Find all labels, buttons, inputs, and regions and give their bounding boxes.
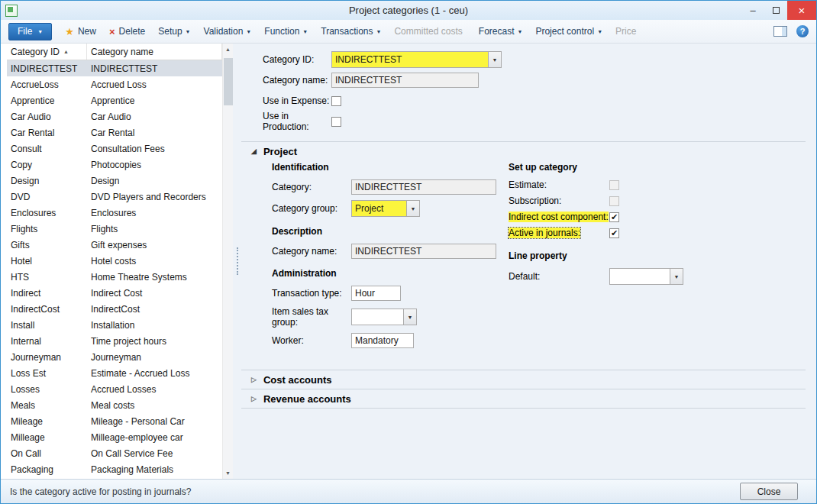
grid-row[interactable]: DVD DVD Players and Recorders (7, 189, 222, 205)
new-button[interactable]: ★ New (65, 26, 96, 37)
grid-cell-category-name[interactable]: Journeyman (87, 352, 222, 363)
grid-cell-category-id[interactable]: Enclosures (7, 208, 87, 218)
column-header-category-id[interactable]: Category ID ▲ (7, 44, 87, 60)
grid-cell-category-name[interactable]: Hotel costs (87, 256, 222, 267)
scroll-up-icon[interactable]: ▲ (223, 44, 233, 55)
grid-cell-category-name[interactable]: Meal costs (87, 400, 222, 411)
item-sales-tax-group-combobox[interactable]: ▼ (351, 309, 417, 325)
grid-row[interactable]: Consult Consultation Fees (7, 141, 222, 157)
grid-cell-category-name[interactable]: IndirectCost (87, 304, 222, 315)
layout-pane-icon[interactable] (773, 26, 787, 37)
pane-splitter[interactable] (233, 44, 241, 479)
grid-row[interactable]: Gifts Gift expenses (7, 237, 222, 253)
grid-cell-category-name[interactable]: Milleage-employee car (87, 432, 222, 443)
grid-cell-category-name[interactable]: Indirect Cost (87, 288, 222, 299)
grid-cell-category-id[interactable]: IndirectCost (7, 304, 87, 315)
column-header-category-name[interactable]: Category name (87, 44, 222, 60)
grid-row[interactable]: Car Audio Car Audio (7, 108, 222, 124)
help-icon[interactable]: ? (796, 25, 809, 37)
grid-row[interactable]: INDIRECTTEST INDIRECTTEST (7, 60, 222, 76)
grid-row[interactable]: On Call On Call Service Fee (7, 445, 222, 461)
grid-row[interactable]: IndirectCost IndirectCost (7, 301, 222, 317)
grid-cell-category-name[interactable]: Packaging Materials (87, 464, 222, 475)
grid-cell-category-id[interactable]: DVD (7, 192, 87, 202)
default-dropdown-button[interactable]: ▼ (670, 268, 683, 285)
grid-cell-category-id[interactable]: INDIRECTTEST (7, 63, 87, 74)
grid-row[interactable]: HTS Home Theatre Systems (7, 269, 222, 285)
toolbar-menu-item[interactable]: Function ▼ (264, 26, 308, 37)
grid-cell-category-name[interactable]: Photocopies (87, 160, 222, 170)
grid-cell-category-name[interactable]: INDIRECTTEST (87, 63, 222, 74)
item-sales-tax-group-value[interactable] (351, 309, 403, 325)
grid-scrollbar[interactable]: ▲ ▼ (222, 44, 233, 479)
grid-cell-category-id[interactable]: On Call (7, 448, 87, 459)
grid-row[interactable]: Loss Est Estimate - Accrued Loss (7, 365, 222, 381)
grid-cell-category-id[interactable]: Flights (7, 224, 87, 234)
grid-cell-category-name[interactable]: Gift expenses (87, 240, 222, 250)
fasttab-project-header[interactable]: ◢ Project (241, 142, 806, 160)
grid-cell-category-name[interactable]: Car Rental (87, 128, 222, 138)
grid-cell-category-id[interactable]: Apprentice (7, 95, 87, 106)
category-field[interactable]: INDIRECTTEST (351, 179, 496, 195)
toolbar-menu-item[interactable]: Transactions ▼ (321, 26, 381, 37)
grid-cell-category-id[interactable]: Consult (7, 144, 87, 154)
category-id-combobox[interactable]: INDIRECTTEST ▼ (331, 51, 502, 68)
grid-cell-category-id[interactable]: HTS (7, 272, 87, 283)
grid-row[interactable]: Apprentice Apprentice (7, 92, 222, 108)
grid-cell-category-id[interactable]: Loss Est (7, 368, 87, 379)
close-window-button[interactable]: × (787, 1, 816, 20)
grid-cell-category-id[interactable]: Car Rental (7, 128, 87, 138)
grid-cell-category-name[interactable]: Design (87, 176, 222, 186)
grid-cell-category-id[interactable]: Design (7, 176, 87, 186)
grid-cell-category-name[interactable]: Accrued Loss (87, 79, 222, 90)
grid-row[interactable]: Hotel Hotel costs (7, 253, 222, 269)
toolbar-menu-item[interactable]: Validation ▼ (204, 26, 252, 37)
grid-cell-category-id[interactable]: Indirect (7, 288, 87, 299)
grid-cell-category-name[interactable]: Accrued Losses (87, 384, 222, 395)
grid-cell-category-id[interactable]: Packaging (7, 464, 87, 475)
grid-cell-category-id[interactable]: Mileage (7, 416, 87, 427)
maximize-button[interactable] (764, 1, 787, 20)
toolbar-menu-item[interactable]: Project control ▼ (535, 26, 602, 37)
grid-row[interactable]: AccrueLoss Accrued Loss (7, 76, 222, 92)
category-id-dropdown-button[interactable]: ▼ (488, 51, 502, 68)
grid-cell-category-id[interactable]: Install (7, 320, 87, 331)
category-group-dropdown-button[interactable]: ▼ (406, 200, 420, 217)
grid-row[interactable]: Meals Meal costs (7, 397, 222, 413)
fasttab-revenue-accounts-header[interactable]: ▷ Revenue accounts (241, 389, 806, 408)
grid-row[interactable]: Car Rental Car Rental (7, 124, 222, 141)
grid-cell-category-id[interactable]: Copy (7, 160, 87, 170)
transaction-type-field[interactable]: Hour (351, 286, 401, 301)
grid-row[interactable]: Design Design (7, 173, 222, 189)
grid-cell-category-name[interactable]: Enclosures (87, 208, 222, 218)
file-menu-button[interactable]: File ▼ (8, 23, 52, 40)
grid-cell-category-id[interactable]: Gifts (7, 240, 87, 250)
grid-row[interactable]: Losses Accrued Losses (7, 381, 222, 397)
grid-cell-category-id[interactable]: Journeyman (7, 352, 87, 363)
grid-cell-category-id[interactable]: AccrueLoss (7, 79, 87, 90)
grid-cell-category-name[interactable]: Installation (87, 320, 222, 331)
description-category-name-field[interactable]: INDIRECTTEST (351, 244, 496, 259)
scroll-down-icon[interactable]: ▼ (223, 467, 233, 479)
category-group-combobox[interactable]: Project ▼ (351, 200, 420, 217)
grid-cell-category-name[interactable]: Consultation Fees (87, 144, 222, 154)
toolbar-menu-item[interactable]: Setup ▼ (158, 26, 190, 37)
fasttab-cost-accounts-header[interactable]: ▷ Cost accounts (241, 370, 806, 389)
category-name-field[interactable]: INDIRECTTEST (331, 73, 479, 88)
category-id-value[interactable]: INDIRECTTEST (331, 51, 488, 68)
grid-row[interactable]: Packaging Packaging Materials (7, 461, 222, 477)
delete-button[interactable]: × Delete (109, 26, 145, 37)
item-sales-tax-group-dropdown-button[interactable]: ▼ (403, 309, 417, 325)
grid-cell-category-name[interactable]: DVD Players and Recorders (87, 192, 222, 202)
grid-row[interactable]: Mileage Mileage - Personal Car (7, 413, 222, 429)
default-combobox[interactable]: ▼ (609, 268, 683, 285)
grid-cell-category-id[interactable]: Internal (7, 336, 87, 347)
grid-row[interactable]: Enclosures Enclosures (7, 205, 222, 221)
toolbar-menu-item[interactable]: Committed costs (394, 26, 465, 37)
scrollbar-thumb[interactable] (224, 58, 233, 105)
grid-row[interactable]: Milleage Milleage-employee car (7, 429, 222, 445)
indirect-cost-component-checkbox[interactable]: ✔ (609, 212, 619, 222)
grid-cell-category-name[interactable]: Apprentice (87, 95, 222, 106)
grid-row[interactable]: Indirect Indirect Cost (7, 285, 222, 301)
active-in-journals-checkbox[interactable]: ✔ (609, 228, 619, 238)
